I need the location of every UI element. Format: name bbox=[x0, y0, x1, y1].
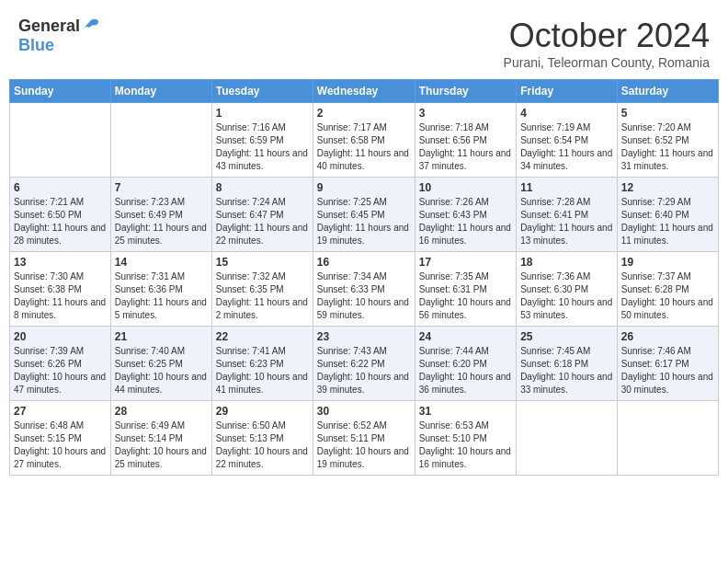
day-number: 23 bbox=[317, 330, 411, 343]
day-number: 15 bbox=[216, 256, 309, 269]
day-info: Sunrise: 7:21 AMSunset: 6:50 PMDaylight:… bbox=[14, 196, 107, 247]
day-number: 30 bbox=[317, 405, 411, 418]
day-number: 5 bbox=[621, 107, 714, 120]
day-info: Sunrise: 7:34 AMSunset: 6:33 PMDaylight:… bbox=[317, 270, 411, 322]
day-number: 26 bbox=[621, 330, 714, 343]
calendar-cell: 31Sunrise: 6:53 AMSunset: 5:10 PMDayligh… bbox=[415, 401, 516, 476]
day-number: 8 bbox=[216, 181, 309, 194]
calendar-cell: 2Sunrise: 7:17 AMSunset: 6:58 PMDaylight… bbox=[313, 103, 415, 178]
weekday-header-friday: Friday bbox=[517, 80, 618, 103]
calendar-cell: 15Sunrise: 7:32 AMSunset: 6:35 PMDayligh… bbox=[211, 252, 313, 327]
day-number: 3 bbox=[419, 107, 512, 120]
day-info: Sunrise: 7:19 AMSunset: 6:54 PMDaylight:… bbox=[520, 121, 613, 173]
day-info: Sunrise: 7:29 AMSunset: 6:40 PMDaylight:… bbox=[621, 196, 714, 247]
day-info: Sunrise: 7:24 AMSunset: 6:47 PMDaylight:… bbox=[216, 196, 309, 247]
day-number: 4 bbox=[520, 107, 613, 120]
day-number: 11 bbox=[520, 181, 613, 194]
day-number: 29 bbox=[216, 405, 309, 418]
calendar-cell: 6Sunrise: 7:21 AMSunset: 6:50 PMDaylight… bbox=[10, 178, 111, 252]
day-number: 9 bbox=[317, 181, 411, 194]
day-info: Sunrise: 7:41 AMSunset: 6:23 PMDaylight:… bbox=[216, 345, 309, 396]
calendar-cell: 28Sunrise: 6:49 AMSunset: 5:14 PMDayligh… bbox=[110, 401, 211, 476]
calendar-cell: 25Sunrise: 7:45 AMSunset: 6:18 PMDayligh… bbox=[517, 327, 618, 401]
day-number: 19 bbox=[621, 256, 714, 269]
calendar-cell: 27Sunrise: 6:48 AMSunset: 5:15 PMDayligh… bbox=[10, 401, 111, 476]
logo-blue-text: Blue bbox=[18, 36, 54, 54]
day-info: Sunrise: 6:53 AMSunset: 5:10 PMDaylight:… bbox=[419, 419, 512, 471]
day-info: Sunrise: 7:45 AMSunset: 6:18 PMDaylight:… bbox=[520, 345, 613, 396]
calendar-cell: 3Sunrise: 7:18 AMSunset: 6:56 PMDaylight… bbox=[415, 103, 516, 178]
day-info: Sunrise: 7:20 AMSunset: 6:52 PMDaylight:… bbox=[621, 121, 714, 173]
weekday-header-monday: Monday bbox=[110, 80, 211, 103]
location-text: Purani, Teleorman County, Romania bbox=[504, 55, 710, 70]
logo-general-text: General bbox=[18, 17, 80, 36]
day-number: 14 bbox=[115, 256, 208, 269]
day-number: 16 bbox=[317, 256, 411, 269]
calendar-cell bbox=[517, 401, 618, 476]
day-number: 24 bbox=[419, 330, 512, 343]
day-info: Sunrise: 7:17 AMSunset: 6:58 PMDaylight:… bbox=[317, 121, 411, 173]
calendar-cell: 4Sunrise: 7:19 AMSunset: 6:54 PMDaylight… bbox=[517, 103, 618, 178]
day-number: 31 bbox=[419, 405, 512, 418]
calendar-cell bbox=[617, 401, 718, 476]
calendar-cell: 1Sunrise: 7:16 AMSunset: 6:59 PMDaylight… bbox=[211, 103, 313, 178]
day-info: Sunrise: 7:44 AMSunset: 6:20 PMDaylight:… bbox=[419, 345, 512, 396]
weekday-header-tuesday: Tuesday bbox=[211, 80, 313, 103]
logo: General Blue bbox=[18, 17, 100, 55]
day-info: Sunrise: 6:50 AMSunset: 5:13 PMDaylight:… bbox=[216, 419, 309, 471]
calendar-cell: 14Sunrise: 7:31 AMSunset: 6:36 PMDayligh… bbox=[110, 252, 211, 327]
calendar-cell: 10Sunrise: 7:26 AMSunset: 6:43 PMDayligh… bbox=[415, 178, 516, 252]
day-number: 27 bbox=[14, 405, 107, 418]
day-number: 22 bbox=[216, 330, 309, 343]
day-number: 12 bbox=[621, 181, 714, 194]
day-info: Sunrise: 7:37 AMSunset: 6:28 PMDaylight:… bbox=[621, 270, 714, 322]
day-info: Sunrise: 6:48 AMSunset: 5:15 PMDaylight:… bbox=[14, 419, 107, 471]
calendar-cell: 16Sunrise: 7:34 AMSunset: 6:33 PMDayligh… bbox=[313, 252, 415, 327]
day-number: 2 bbox=[317, 107, 411, 120]
calendar-cell: 11Sunrise: 7:28 AMSunset: 6:41 PMDayligh… bbox=[517, 178, 618, 252]
day-info: Sunrise: 7:26 AMSunset: 6:43 PMDaylight:… bbox=[419, 196, 512, 247]
calendar-cell: 9Sunrise: 7:25 AMSunset: 6:45 PMDaylight… bbox=[313, 178, 415, 252]
calendar-cell: 7Sunrise: 7:23 AMSunset: 6:49 PMDaylight… bbox=[110, 178, 211, 252]
calendar-cell: 17Sunrise: 7:35 AMSunset: 6:31 PMDayligh… bbox=[415, 252, 516, 327]
day-info: Sunrise: 7:32 AMSunset: 6:35 PMDaylight:… bbox=[216, 270, 309, 322]
day-number: 17 bbox=[419, 256, 512, 269]
day-number: 21 bbox=[115, 330, 208, 343]
calendar-cell: 26Sunrise: 7:46 AMSunset: 6:17 PMDayligh… bbox=[617, 327, 718, 401]
calendar-cell: 24Sunrise: 7:44 AMSunset: 6:20 PMDayligh… bbox=[415, 327, 516, 401]
calendar-cell: 18Sunrise: 7:36 AMSunset: 6:30 PMDayligh… bbox=[517, 252, 618, 327]
weekday-header-thursday: Thursday bbox=[415, 80, 516, 103]
day-info: Sunrise: 7:43 AMSunset: 6:22 PMDaylight:… bbox=[317, 345, 411, 396]
day-number: 10 bbox=[419, 181, 512, 194]
calendar-cell: 12Sunrise: 7:29 AMSunset: 6:40 PMDayligh… bbox=[617, 178, 718, 252]
day-number: 6 bbox=[14, 181, 107, 194]
weekday-header-sunday: Sunday bbox=[10, 80, 111, 103]
calendar-cell bbox=[110, 103, 211, 178]
day-number: 20 bbox=[14, 330, 107, 343]
calendar-cell: 13Sunrise: 7:30 AMSunset: 6:38 PMDayligh… bbox=[10, 252, 111, 327]
weekday-header-wednesday: Wednesday bbox=[313, 80, 415, 103]
title-area: October 2024 Purani, Teleorman County, R… bbox=[504, 17, 710, 70]
day-info: Sunrise: 7:35 AMSunset: 6:31 PMDaylight:… bbox=[419, 270, 512, 322]
day-info: Sunrise: 7:30 AMSunset: 6:38 PMDaylight:… bbox=[14, 270, 107, 322]
calendar-cell: 23Sunrise: 7:43 AMSunset: 6:22 PMDayligh… bbox=[313, 327, 415, 401]
calendar-cell: 21Sunrise: 7:40 AMSunset: 6:25 PMDayligh… bbox=[110, 327, 211, 401]
day-number: 13 bbox=[14, 256, 107, 269]
day-info: Sunrise: 6:52 AMSunset: 5:11 PMDaylight:… bbox=[317, 419, 411, 471]
weekday-header-saturday: Saturday bbox=[617, 80, 718, 103]
calendar-cell: 19Sunrise: 7:37 AMSunset: 6:28 PMDayligh… bbox=[617, 252, 718, 327]
logo-bird-icon bbox=[82, 18, 100, 35]
day-info: Sunrise: 7:25 AMSunset: 6:45 PMDaylight:… bbox=[317, 196, 411, 247]
day-number: 25 bbox=[520, 330, 613, 343]
day-number: 1 bbox=[216, 107, 309, 120]
day-info: Sunrise: 7:23 AMSunset: 6:49 PMDaylight:… bbox=[115, 196, 208, 247]
day-info: Sunrise: 7:39 AMSunset: 6:26 PMDaylight:… bbox=[14, 345, 107, 396]
calendar-cell: 8Sunrise: 7:24 AMSunset: 6:47 PMDaylight… bbox=[211, 178, 313, 252]
day-info: Sunrise: 7:16 AMSunset: 6:59 PMDaylight:… bbox=[216, 121, 309, 173]
day-info: Sunrise: 7:31 AMSunset: 6:36 PMDaylight:… bbox=[115, 270, 208, 322]
calendar-cell bbox=[10, 103, 111, 178]
calendar-cell: 22Sunrise: 7:41 AMSunset: 6:23 PMDayligh… bbox=[211, 327, 313, 401]
day-info: Sunrise: 6:49 AMSunset: 5:14 PMDaylight:… bbox=[115, 419, 208, 471]
day-number: 7 bbox=[115, 181, 208, 194]
day-info: Sunrise: 7:40 AMSunset: 6:25 PMDaylight:… bbox=[115, 345, 208, 396]
